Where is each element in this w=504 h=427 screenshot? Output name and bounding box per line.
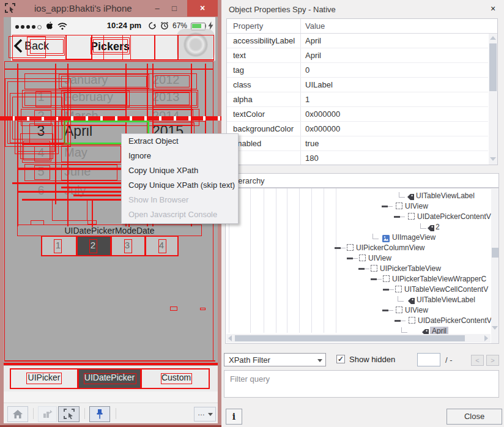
menu-item-extract-object[interactable]: Extract Object bbox=[122, 134, 238, 149]
collapse-icon[interactable] bbox=[371, 278, 377, 280]
tree-node[interactable]: UIImageView bbox=[226, 232, 491, 243]
prev-match-button[interactable]: < bbox=[471, 355, 484, 366]
property-value: April bbox=[305, 36, 321, 45]
point-and-fix-button[interactable] bbox=[58, 406, 80, 422]
tree-node-label[interactable]: 2 bbox=[435, 223, 440, 231]
view-box-icon bbox=[396, 202, 402, 209]
property-value: 1 bbox=[305, 95, 309, 104]
wifi-icon bbox=[57, 21, 67, 32]
tree-node[interactable]: UIView bbox=[226, 253, 491, 264]
tree-node[interactable]: UIView bbox=[226, 201, 491, 212]
property-name: backgroundColor bbox=[233, 124, 294, 133]
pin-button[interactable] bbox=[89, 406, 110, 422]
tree-connector bbox=[372, 234, 379, 239]
tree-node-label[interactable]: UIPickerTableView bbox=[380, 264, 441, 273]
window-titlebar[interactable]: ios_app:Bhakti's iPhone – □ × bbox=[0, 0, 221, 17]
tree-node-label[interactable]: UIPickerTableViewWrapperC bbox=[392, 275, 486, 283]
tree-node-label[interactable]: UIView bbox=[405, 306, 428, 314]
counter-suffix: / - bbox=[445, 355, 453, 365]
scroll-left-icon bbox=[228, 335, 232, 341]
panel-close-icon[interactable]: × bbox=[487, 4, 499, 15]
home-button[interactable] bbox=[7, 406, 28, 422]
property-name: accessibilityLabel bbox=[233, 36, 295, 45]
toolbar-more-button[interactable]: … bbox=[194, 407, 216, 421]
share-button[interactable] bbox=[38, 406, 57, 422]
alarm-clock-icon bbox=[160, 21, 169, 32]
menu-item-show-in-browser: Show In Browser bbox=[122, 193, 238, 207]
tree-node-label[interactable]: UIView bbox=[368, 254, 391, 262]
tree-node-label[interactable]: UIView bbox=[405, 202, 428, 210]
collapse-icon[interactable] bbox=[347, 258, 353, 259]
property-row[interactable]: accessibilityLabelApril bbox=[227, 34, 488, 48]
properties-scrollbar[interactable] bbox=[489, 34, 497, 165]
object-highlight-rect bbox=[154, 35, 155, 60]
object-highlight-rect bbox=[77, 368, 79, 389]
menu-item-copy-unique-xpath[interactable]: Copy Unique XPath bbox=[122, 163, 238, 178]
collapse-icon[interactable] bbox=[382, 310, 388, 311]
tree-node-label[interactable]: UIImageView bbox=[392, 233, 435, 242]
property-table: Property Value accessibilityLabelAprilte… bbox=[226, 18, 498, 165]
signal-dot bbox=[32, 25, 35, 29]
collapse-icon[interactable] bbox=[395, 320, 401, 322]
xpath-filter-dropdown[interactable]: XPath Filter bbox=[224, 353, 326, 366]
signal-dot bbox=[21, 25, 24, 29]
tree-node-label[interactable]: UIDatePickerContentV bbox=[417, 212, 491, 221]
status-time: 10:24 pm bbox=[103, 21, 146, 30]
tree-node[interactable]: UITableViewLabel bbox=[226, 295, 491, 305]
tree-node-label[interactable]: UIPickerColumnView bbox=[356, 243, 424, 252]
tree-node[interactable]: UIPickerTableView bbox=[226, 264, 491, 274]
collapse-icon[interactable] bbox=[335, 247, 341, 249]
maximize-button[interactable]: □ bbox=[166, 2, 182, 15]
property-row[interactable]: textApril bbox=[227, 48, 488, 63]
property-row[interactable]: backgroundColor0x000000 bbox=[227, 122, 488, 136]
property-row[interactable]: alpha1 bbox=[227, 92, 488, 107]
apple-logo-icon bbox=[45, 21, 54, 33]
menu-item-ignore[interactable]: Ignore bbox=[122, 149, 238, 163]
minimize-button[interactable]: – bbox=[149, 2, 165, 15]
app-window-icon bbox=[5, 3, 15, 16]
next-match-button[interactable]: > bbox=[486, 355, 499, 366]
scroll-right-icon bbox=[484, 335, 488, 341]
object-highlight-rect bbox=[155, 75, 190, 87]
scrollbar-thumb bbox=[235, 335, 465, 341]
scrollbar-thumb bbox=[489, 43, 497, 91]
collapse-icon[interactable] bbox=[382, 206, 388, 207]
tree-node[interactable]: UIPickerTableViewWrapperC bbox=[226, 274, 491, 284]
property-row[interactable]: textColor0x000000 bbox=[227, 107, 488, 122]
tree-node[interactable]: UIView bbox=[226, 305, 491, 316]
tree-node[interactable]: UIPickerColumnView bbox=[226, 243, 491, 253]
tree-node-label[interactable]: UIDatePickerContentV bbox=[418, 316, 492, 325]
property-row[interactable]: classUILabel bbox=[227, 78, 488, 92]
info-button[interactable]: i bbox=[226, 409, 242, 425]
tree-node[interactable]: UIDatePickerContentV bbox=[226, 316, 491, 326]
tree-vscrollbar[interactable] bbox=[491, 189, 499, 343]
tree-node-label[interactable]: UITableViewLabel bbox=[417, 295, 475, 304]
filter-query-input[interactable] bbox=[224, 370, 499, 398]
tree-node-label[interactable]: UITableViewLabel bbox=[416, 191, 475, 200]
menu-item-open-javascript-console: Open Javascript Console bbox=[122, 207, 238, 222]
property-row[interactable]: tag0 bbox=[227, 63, 488, 78]
close-button[interactable]: Close bbox=[447, 409, 502, 425]
collapse-icon[interactable] bbox=[383, 289, 389, 291]
collapse-icon[interactable] bbox=[394, 216, 400, 218]
tree-node[interactable]: UITableViewLabel bbox=[226, 191, 491, 201]
table-header[interactable]: Property Value bbox=[227, 19, 497, 34]
object-highlight-rect bbox=[61, 76, 147, 87]
window-close-button[interactable]: × bbox=[187, 0, 218, 17]
object-highlight-rect bbox=[26, 373, 62, 384]
scrollbar-thumb bbox=[492, 248, 498, 258]
property-row[interactable]: enabledtrue bbox=[227, 136, 488, 151]
property-row[interactable]: 180 bbox=[227, 151, 488, 166]
window-title: ios_app:Bhakti's iPhone bbox=[34, 3, 132, 13]
match-counter-input[interactable] bbox=[417, 353, 440, 366]
collapse-icon[interactable] bbox=[358, 268, 365, 270]
tree-node[interactable]: 2 bbox=[226, 222, 491, 232]
menu-item-copy-unique-xpath-skip-text-[interactable]: Copy Unique XPath (skip text) bbox=[122, 178, 238, 193]
tree-hscrollbar[interactable] bbox=[226, 334, 491, 343]
show-hidden-checkbox[interactable]: ✓ bbox=[336, 355, 345, 363]
tree-node[interactable]: UITableViewCellContentV bbox=[226, 284, 491, 295]
object-highlight-rect bbox=[64, 92, 127, 105]
tree-node-label[interactable]: UITableViewCellContentV bbox=[404, 285, 488, 294]
tree-node[interactable]: UIDatePickerContentV bbox=[226, 212, 491, 222]
hierarchy-tree: UITableViewLabelUIViewUIDatePickerConten… bbox=[225, 188, 499, 344]
